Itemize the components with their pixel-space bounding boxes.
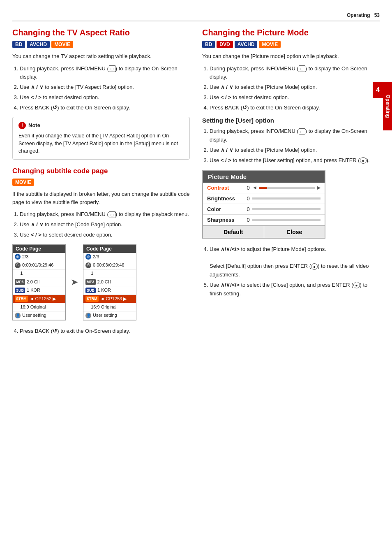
code-page-container: Code Page ⊕2/3 ⏱0:00:01/0:29:46 1 MP3 2.… <box>12 244 190 320</box>
tv-aspect-ratio-badges: BD AVCHD MOVIE <box>12 41 190 48</box>
picture-mode-badges: BD DVD AVCHD MOVIE <box>202 41 380 48</box>
note-label: Note <box>28 121 40 130</box>
note-box: ! Note Even if you change the value of t… <box>12 117 190 160</box>
pm-color-slider[interactable] <box>252 208 321 210</box>
user-step-4: Use ∧/∨/</> to adjust the [Picture Mode]… <box>210 245 380 279</box>
step-1: During playback, press INFO/MENU (□) to … <box>20 65 190 82</box>
cp-row-user-2: 👤 User setting <box>83 311 136 320</box>
pm-sharpness-value: 0 <box>244 217 252 223</box>
picture-mode-section: Changing the Picture Mode BD DVD AVCHD M… <box>202 28 380 112</box>
cp-row-169-1: 16:9 Original <box>13 303 65 311</box>
picture-mode-box: Picture Mode Contrast 0 ◄ ▶ <box>202 170 325 239</box>
user-option-post-steps: Use ∧/∨/</> to adjust the [Picture Mode]… <box>210 245 380 298</box>
cp-globe-icon-1: ⊕ <box>15 254 21 260</box>
badge-avchd: AVCHD <box>27 41 50 48</box>
close-button[interactable]: Close <box>264 226 325 238</box>
default-button[interactable]: Default <box>203 226 264 238</box>
cp-globe-icon-2: ⊕ <box>85 254 91 260</box>
subtitle-code-section: Changing subtitle code page MOVIE If the… <box>12 167 190 335</box>
cp-row-1-1: 1 <box>13 269 65 278</box>
section-label: Operating <box>347 12 370 18</box>
cp-user-icon-1: 👤 <box>15 313 21 318</box>
pm-slider-track-3 <box>252 208 321 210</box>
badge-avchd-2: AVCHD <box>235 41 258 48</box>
subtitle-code-title: Changing subtitle code page <box>12 167 190 175</box>
pm-contrast-label: Contrast <box>207 185 244 191</box>
cp-text: 0:00:03/0:29:46 <box>93 262 124 268</box>
sub-step-2: Use ∧ / ∨ to select the [Code Page] opti… <box>20 220 190 229</box>
badge-bd-2: BD <box>202 41 215 48</box>
pm-step-3: Use < / > to select desired option. <box>210 93 380 102</box>
cp-row-sub-1: SUB 1 KOR <box>13 286 65 295</box>
pm-contrast-slider[interactable]: ◄ ▶ <box>252 185 321 190</box>
pm-brightness-value: 0 <box>244 195 252 202</box>
sub-step-4: Press BACK (↺) to exit the On-Screen dis… <box>20 327 190 336</box>
badge-bd: BD <box>12 41 25 48</box>
badge-dvd: DVD <box>217 41 233 48</box>
cp-text: 2.0 CH <box>97 279 111 285</box>
cp-text: 0:00:01/0:29:46 <box>22 262 53 268</box>
sub-badge-2: SUB <box>85 288 96 294</box>
cp-text: 1 KOR <box>27 287 40 293</box>
pm-sharpness-slider[interactable] <box>252 219 321 221</box>
pm-sharpness-row: Sharpness 0 <box>203 215 325 225</box>
tv-aspect-ratio-section: Changing the TV Aspect Ratio BD AVCHD MO… <box>12 28 190 160</box>
pm-contrast-value: 0 <box>244 185 252 191</box>
cp-text: 2/3 <box>93 254 99 260</box>
cp-row-mp3-1: MP3 2.0 CH <box>13 278 65 286</box>
cp-row-1-2: 1 <box>83 269 136 278</box>
step-2: Use ∧ / ∨ to select the [TV Aspect Ratio… <box>20 83 190 92</box>
left-column: Changing the TV Aspect Ratio BD AVCHD MO… <box>12 28 190 341</box>
cp-text: User setting <box>93 312 117 318</box>
cp-text: 16:9 Original <box>91 304 116 310</box>
pm-brightness-slider[interactable] <box>252 197 321 200</box>
cp-clock-icon-2: ⏱ <box>85 262 91 268</box>
picture-mode-intro: You can change the [Picture mode] option… <box>202 52 380 60</box>
pm-brightness-row: Brightness 0 <box>203 193 325 204</box>
top-bar: Operating 53 <box>12 12 380 21</box>
cp-row-user-1: 👤 User setting <box>13 311 65 320</box>
pm-contrast-row: Contrast 0 ◄ ▶ <box>203 183 325 193</box>
pm-slider-track-4 <box>252 219 321 221</box>
pm-slider-fill <box>259 187 267 189</box>
sub-badge-1: SUB <box>15 288 25 294</box>
side-operating-tab: Operating <box>383 82 392 130</box>
user-step-3: Use < / > to select the [User setting] o… <box>210 156 380 165</box>
step-4: Press BACK (↺) to exit the On-Screen dis… <box>20 104 190 112</box>
code-page-table-2: Code Page ⊕2/3 ⏱0:00:03/0:29:46 1 MP3 2.… <box>83 244 136 320</box>
badge-movie-3: MOVIE <box>259 41 281 48</box>
cp-row-clock-2: ⏱0:00:03/0:29:46 <box>83 261 136 269</box>
pm-sharpness-label: Sharpness <box>207 217 244 223</box>
pm-step-1: During playback, press INFO/MENU (□) to … <box>210 65 380 82</box>
right-column: Changing the Picture Mode BD DVD AVCHD M… <box>202 28 380 341</box>
note-text: Even if you change the value of the [TV … <box>18 132 184 155</box>
mp3-badge-1: MP3 <box>15 279 25 285</box>
cp-row-169-2: 16:9 Original <box>83 303 136 311</box>
cp-text: ◄ CP1252 ▶ <box>30 296 56 302</box>
user-step-5: Use ∧/∨/</> to select the [Close] option… <box>210 281 380 298</box>
step-3: Use < / > to select desired option. <box>20 93 190 102</box>
subtitle-steps: During playback, press INFO/MENU (□) to … <box>20 210 190 239</box>
pm-brightness-label: Brightness <box>207 195 244 202</box>
mp3-badge-2: MP3 <box>85 279 96 285</box>
menu-icon-4: □ <box>299 128 305 135</box>
pm-slider-track <box>259 187 315 189</box>
user-step-1: During playback, press INFO/MENU (□) to … <box>210 127 380 144</box>
sub-step-3: Use < / > to select desired code option. <box>20 231 190 239</box>
strm-badge-2: STRM <box>85 296 99 302</box>
pm-step-2: Use ∧ / ∨ to select the [Picture Mode] o… <box>210 83 380 92</box>
menu-icon: □ <box>109 65 115 72</box>
strm-badge-1: STRM <box>15 296 28 302</box>
cp-text: 16:9 Original <box>20 304 46 310</box>
cp-row-mp3-2: MP3 2.0 CH <box>83 278 136 286</box>
subtitle-badge-row: MOVIE <box>12 179 190 186</box>
cp-text: 2.0 CH <box>27 279 41 285</box>
note-header: ! Note <box>18 121 184 130</box>
user-option-title: Setting the [User] option <box>202 117 380 124</box>
cp-row-globe-1: ⊕2/3 <box>13 253 65 261</box>
cp-text: 2/3 <box>22 254 28 260</box>
badge-movie: MOVIE <box>51 41 73 48</box>
tv-aspect-intro: You can change the TV aspect ratio setti… <box>12 52 190 60</box>
cp-row-clock-1: ⏱0:00:01/0:29:46 <box>13 261 65 269</box>
cp-text: 1 KOR <box>97 287 111 293</box>
